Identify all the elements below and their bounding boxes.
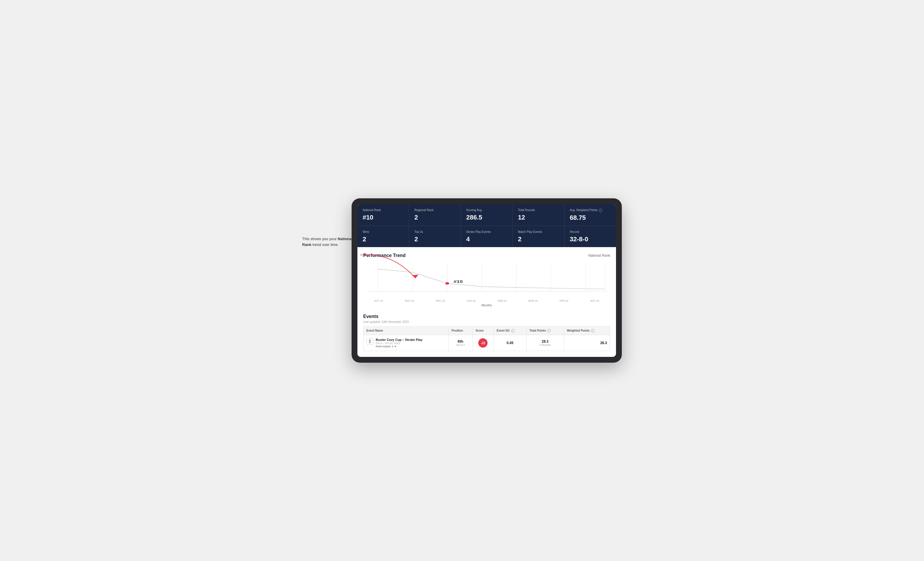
stats-row-1: National Rank #10 Regional Rank 2 Scorin… xyxy=(357,204,616,226)
th-position: Position xyxy=(448,326,472,335)
perf-subtitle: National Rank xyxy=(588,253,610,257)
weighted-points-value: 28.3 xyxy=(567,341,607,345)
performance-section: Performance Trend National Rank xyxy=(363,253,610,307)
event-name-cell: 🏌 Buster Cozy Cup – Stroke Play Oct 9 – … xyxy=(366,338,446,348)
stat-top3s-value: 2 xyxy=(414,235,455,243)
stat-regional-rank-value: 2 xyxy=(414,214,455,221)
stat-national-rank-value: #10 xyxy=(363,214,404,221)
th-event-sg: Event SG i xyxy=(494,326,526,335)
th-event-name: Event Name xyxy=(363,326,448,335)
stat-national-rank-label: National Rank xyxy=(363,208,404,212)
x-label-dec23: DEC 23 xyxy=(425,299,456,302)
events-updated: Last updated: 24th November 2023 xyxy=(363,320,610,323)
stat-scoring-avg-value: 286.5 xyxy=(466,214,507,221)
total-rounds-value: 3 Rounds xyxy=(530,344,561,346)
score-badge: -22 xyxy=(478,338,488,347)
position-sub: out of 7 xyxy=(452,344,470,346)
th-score: Score xyxy=(472,326,494,335)
events-title: Events xyxy=(363,314,610,319)
td-score: -22 xyxy=(472,335,494,351)
x-label-may24: MAY 24 xyxy=(579,299,610,302)
event-date: Oct 9 – Oct 10, 2023 xyxy=(376,342,423,345)
event-name-text: Buster Cozy Cup – Stroke Play xyxy=(376,338,423,341)
event-icon: 🏌 xyxy=(366,338,374,345)
x-label-apr24: APR 24 xyxy=(549,299,579,302)
stat-wins: Wins 2 xyxy=(357,226,409,247)
stat-record: Record 32-8-0 xyxy=(565,226,616,247)
td-position: 6th out of 7 xyxy=(448,335,472,351)
stat-scoring-avg-label: Scoring Avg. xyxy=(466,208,507,212)
th-total-points: Total Points i xyxy=(526,326,564,335)
svg-text:#10: #10 xyxy=(454,280,463,283)
stat-stroke-play-label: Stroke Play Events xyxy=(466,230,507,234)
stats-row-2: Wins 2 Top 3s 2 Stroke Play Events 4 Mat… xyxy=(357,226,616,247)
stat-match-play-label: Match Play Events xyxy=(518,230,559,234)
stat-regional-rank: Regional Rank 2 xyxy=(409,204,461,225)
chart-wrapper: #10 OCT 23 NOV 23 DEC 23 JAN 24 FEB 24 M… xyxy=(363,263,610,307)
stat-stroke-play-events: Stroke Play Events 4 xyxy=(461,226,513,247)
stat-total-rounds-value: 12 xyxy=(518,214,559,221)
rank-impact: Rank Impact: 3 ▼ xyxy=(376,345,423,348)
event-details: Buster Cozy Cup – Stroke Play Oct 9 – Oc… xyxy=(376,338,423,348)
info-icon-total-points: i xyxy=(547,329,550,332)
total-points-value: 28.3 xyxy=(530,340,561,344)
info-icon-avg-weighted: i xyxy=(599,209,602,212)
stat-avg-weighted-points-label: Avg. Weighted Points i xyxy=(570,208,611,212)
td-event-name: 🏌 Buster Cozy Cup – Stroke Play Oct 9 – … xyxy=(363,335,448,351)
stat-record-label: Record xyxy=(570,230,611,234)
performance-chart: #10 xyxy=(363,263,610,298)
scene: This shows you your National Rank trend … xyxy=(302,198,622,363)
stat-national-rank: National Rank #10 xyxy=(357,204,409,225)
info-icon-event-sg: i xyxy=(511,329,514,332)
table-header-row: Event Name Position Score Event SG i Tot… xyxy=(363,326,610,335)
stat-stroke-play-value: 4 xyxy=(466,235,507,243)
events-table: Event Name Position Score Event SG i Tot… xyxy=(363,326,610,351)
x-label-oct23: OCT 23 xyxy=(363,299,394,302)
x-label-nov23: NOV 23 xyxy=(394,299,425,302)
x-label-jan24: JAN 24 xyxy=(456,299,487,302)
stat-match-play-events: Match Play Events 2 xyxy=(513,226,565,247)
tablet: National Rank #10 Regional Rank 2 Scorin… xyxy=(352,198,622,363)
position-main: 6th xyxy=(452,339,470,344)
stat-scoring-avg: Scoring Avg. 286.5 xyxy=(461,204,513,225)
x-label-feb24: FEB 24 xyxy=(487,299,518,302)
tablet-screen: National Rank #10 Regional Rank 2 Scorin… xyxy=(357,204,616,357)
stat-avg-weighted-points-value: 68.75 xyxy=(570,214,611,221)
td-event-sg: 0.45 xyxy=(494,335,526,351)
table-row: 🏌 Buster Cozy Cup – Stroke Play Oct 9 – … xyxy=(363,335,610,351)
rank-direction-icon: ▼ xyxy=(394,345,397,348)
stat-top3s-label: Top 3s xyxy=(414,230,455,234)
events-header: Events xyxy=(363,314,610,319)
chart-axis-title: Months xyxy=(363,304,610,307)
x-label-mar24: MAR 24 xyxy=(518,299,548,302)
stat-regional-rank-label: Regional Rank xyxy=(414,208,455,212)
perf-header: Performance Trend National Rank xyxy=(363,253,610,258)
stat-total-rounds: Total Rounds 12 xyxy=(513,204,565,225)
stat-match-play-value: 2 xyxy=(518,235,559,243)
stat-top3s: Top 3s 2 xyxy=(409,226,461,247)
annotation: This shows you your National Rank trend … xyxy=(302,236,360,247)
td-weighted-points: 28.3 xyxy=(564,335,610,351)
info-icon-weighted-points: i xyxy=(591,329,594,332)
td-total-points: 28.3 3 Rounds xyxy=(526,335,564,351)
stat-wins-value: 2 xyxy=(363,235,404,243)
th-weighted-points: Weighted Points i xyxy=(564,326,610,335)
svg-point-10 xyxy=(445,282,450,285)
stat-total-rounds-label: Total Rounds xyxy=(518,208,559,212)
content-area: Performance Trend National Rank xyxy=(357,247,616,357)
stat-record-value: 32-8-0 xyxy=(570,235,611,243)
chart-x-axis: OCT 23 NOV 23 DEC 23 JAN 24 FEB 24 MAR 2… xyxy=(363,298,610,302)
annotation-bold: National Rank xyxy=(302,236,352,247)
event-sg-value: 0.45 xyxy=(496,341,523,345)
events-section: Events Last updated: 24th November 2023 … xyxy=(363,314,610,351)
stats-header: National Rank #10 Regional Rank 2 Scorin… xyxy=(357,204,616,247)
stat-wins-label: Wins xyxy=(363,230,404,234)
stat-avg-weighted-points: Avg. Weighted Points i 68.75 xyxy=(565,204,616,225)
perf-title: Performance Trend xyxy=(363,253,406,258)
